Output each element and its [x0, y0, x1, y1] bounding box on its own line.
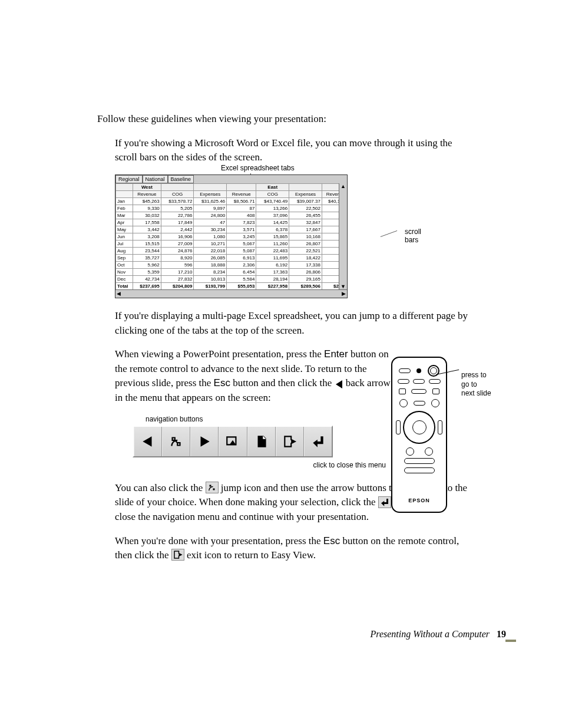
rc-button	[429, 379, 441, 384]
remote-control-figure: EPSON press to go to next slide	[391, 357, 503, 513]
nav-slide-button[interactable]	[219, 427, 247, 456]
rc-dpad	[403, 411, 435, 444]
rc-button	[399, 399, 408, 407]
excel-grid: WestEastRevenueCOGExpensesRevenueCOGExpe…	[115, 183, 347, 290]
horizontal-scrollbar[interactable]	[115, 289, 347, 298]
nav-return-button[interactable]	[304, 427, 332, 456]
nav-forward-button[interactable]	[190, 427, 219, 456]
intro-text: Follow these guidelines when viewing you…	[97, 112, 468, 127]
rc-button	[404, 458, 435, 464]
rc-button	[411, 389, 427, 394]
rc-button	[404, 467, 435, 473]
page-number: 19	[497, 629, 506, 639]
rc-led	[416, 368, 421, 373]
rc-button	[399, 388, 406, 394]
jump-icon	[206, 482, 219, 493]
excel-tab-regional[interactable]: Regional	[115, 175, 143, 183]
excel-screenshot: Excel spreadsheet tabs Regional National…	[115, 174, 392, 298]
nav-exit-button[interactable]	[276, 427, 304, 456]
rc-button	[406, 447, 414, 456]
footer-title: Presenting Without a Computer	[370, 629, 490, 639]
enter-key-label: Enter	[324, 348, 348, 360]
excel-tab-national[interactable]: National	[143, 175, 168, 183]
rc-button	[399, 368, 411, 373]
esc-key-label: Esc	[214, 377, 230, 388]
vertical-scrollbar[interactable]	[339, 183, 347, 289]
exit-icon	[171, 549, 184, 561]
rc-button	[438, 420, 442, 434]
esc-key-label-2: Esc	[323, 535, 340, 546]
nav-back-button[interactable]	[134, 427, 162, 456]
scrollbars-callout: scroll bars	[405, 228, 421, 245]
rc-button	[432, 388, 439, 394]
para-multitab: If you're displaying a multi-page Excel …	[115, 309, 468, 338]
callout-line	[381, 230, 398, 237]
excel-tabs[interactable]: Regional National Baseline	[115, 175, 347, 183]
close-menu-caption: click to close this menu	[209, 461, 386, 469]
rc-button	[396, 420, 401, 434]
rc-button	[414, 401, 425, 406]
rc-button	[425, 447, 433, 456]
nav-page-button[interactable]	[247, 427, 276, 456]
rc-button	[431, 399, 439, 407]
bullet-scrollbars: If you're showing a Microsoft Word or Ex…	[115, 136, 468, 165]
para-exit: When you're done with your presentation,…	[115, 534, 468, 563]
rc-button	[398, 379, 409, 384]
remote-brand: EPSON	[396, 498, 442, 503]
nav-jump-button[interactable]	[162, 427, 190, 456]
rc-button	[413, 379, 425, 384]
excel-tabs-caption: Excel spreadsheet tabs	[221, 164, 295, 172]
remote-annotation: press to go to next slide	[447, 371, 491, 398]
footer-accent	[505, 640, 516, 642]
return-icon	[378, 496, 391, 508]
excel-tab-baseline[interactable]: Baseline	[168, 175, 194, 183]
para-powerpoint-nav: When viewing a PowerPoint presentation, …	[115, 347, 392, 406]
left-arrow-icon	[336, 380, 342, 388]
page-footer: Presenting Without a Computer 19	[370, 629, 506, 640]
rc-power-button	[428, 365, 439, 377]
